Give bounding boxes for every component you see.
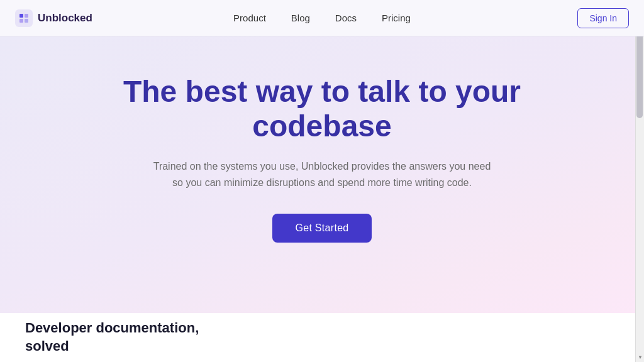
bottom-title-line1: Developer documentation,	[25, 320, 199, 336]
bottom-title-line2: solved	[25, 338, 69, 354]
scrollbar-arrow-down[interactable]: ▼	[636, 352, 644, 362]
nav-link-product[interactable]: Product	[233, 13, 266, 23]
hero-subtitle-line2: so you can minimize disruptions and spen…	[172, 177, 472, 188]
hero-subtitle-line1: Trained on the systems you use, Unblocke…	[153, 161, 491, 172]
navbar: Unblocked Product Blog Docs Pricing Sign…	[0, 0, 644, 36]
scrollbar[interactable]: ▲ ▼	[635, 0, 644, 362]
get-started-button[interactable]: Get Started	[272, 214, 371, 243]
nav-link-blog[interactable]: Blog	[291, 13, 310, 23]
brand-logo[interactable]: Unblocked	[15, 9, 92, 27]
hero-section: The best way to talk to your codebase Tr…	[0, 36, 644, 313]
hero-subtitle: Trained on the systems you use, Unblocke…	[153, 158, 491, 190]
sign-in-button[interactable]: Sign In	[577, 8, 629, 28]
svg-rect-3	[19, 19, 23, 23]
bottom-title: Developer documentation, solved	[25, 319, 199, 355]
hero-title: The best way to talk to your codebase	[70, 74, 574, 143]
brand-icon	[15, 9, 33, 27]
nav-link-docs[interactable]: Docs	[335, 13, 357, 23]
svg-rect-1	[19, 14, 23, 18]
nav-links: Product Blog Docs Pricing	[233, 13, 411, 23]
bottom-section: Developer documentation, solved	[0, 313, 644, 362]
nav-link-pricing[interactable]: Pricing	[382, 13, 411, 23]
svg-rect-2	[25, 14, 28, 18]
brand-name-text: Unblocked	[38, 12, 92, 25]
svg-rect-4	[25, 19, 28, 23]
svg-rect-0	[15, 9, 33, 27]
